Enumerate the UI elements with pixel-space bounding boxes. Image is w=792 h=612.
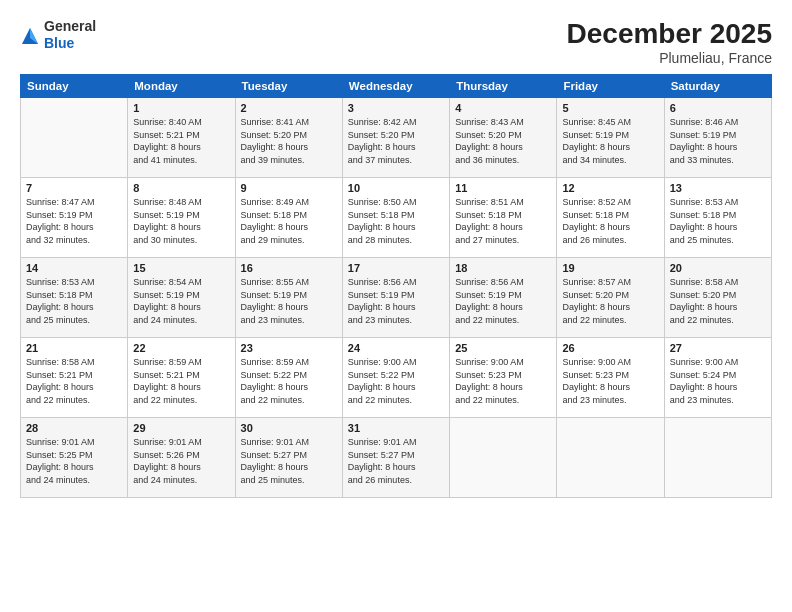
- calendar-cell: 22Sunrise: 8:59 AM Sunset: 5:21 PM Dayli…: [128, 338, 235, 418]
- calendar-week-row: 14Sunrise: 8:53 AM Sunset: 5:18 PM Dayli…: [21, 258, 772, 338]
- day-number: 18: [455, 262, 551, 274]
- logo-text: General Blue: [44, 18, 96, 52]
- day-number: 5: [562, 102, 658, 114]
- title-block: December 2025 Plumeliau, France: [567, 18, 772, 66]
- day-number: 11: [455, 182, 551, 194]
- day-detail: Sunrise: 8:59 AM Sunset: 5:21 PM Dayligh…: [133, 356, 229, 406]
- calendar-cell: 11Sunrise: 8:51 AM Sunset: 5:18 PM Dayli…: [450, 178, 557, 258]
- day-number: 12: [562, 182, 658, 194]
- title-location: Plumeliau, France: [567, 50, 772, 66]
- day-number: 23: [241, 342, 337, 354]
- calendar-cell: [664, 418, 771, 498]
- day-detail: Sunrise: 9:00 AM Sunset: 5:23 PM Dayligh…: [455, 356, 551, 406]
- calendar-header-friday: Friday: [557, 75, 664, 98]
- calendar-cell: 8Sunrise: 8:48 AM Sunset: 5:19 PM Daylig…: [128, 178, 235, 258]
- day-number: 4: [455, 102, 551, 114]
- calendar-cell: 21Sunrise: 8:58 AM Sunset: 5:21 PM Dayli…: [21, 338, 128, 418]
- calendar-cell: 1Sunrise: 8:40 AM Sunset: 5:21 PM Daylig…: [128, 98, 235, 178]
- calendar-header-monday: Monday: [128, 75, 235, 98]
- day-number: 25: [455, 342, 551, 354]
- day-number: 19: [562, 262, 658, 274]
- day-detail: Sunrise: 8:52 AM Sunset: 5:18 PM Dayligh…: [562, 196, 658, 246]
- calendar-cell: 27Sunrise: 9:00 AM Sunset: 5:24 PM Dayli…: [664, 338, 771, 418]
- calendar-cell: 5Sunrise: 8:45 AM Sunset: 5:19 PM Daylig…: [557, 98, 664, 178]
- day-detail: Sunrise: 9:01 AM Sunset: 5:25 PM Dayligh…: [26, 436, 122, 486]
- day-number: 13: [670, 182, 766, 194]
- calendar-cell: 3Sunrise: 8:42 AM Sunset: 5:20 PM Daylig…: [342, 98, 449, 178]
- calendar-header-thursday: Thursday: [450, 75, 557, 98]
- day-number: 9: [241, 182, 337, 194]
- day-detail: Sunrise: 8:56 AM Sunset: 5:19 PM Dayligh…: [455, 276, 551, 326]
- logo-icon: [20, 26, 40, 46]
- calendar-cell: 25Sunrise: 9:00 AM Sunset: 5:23 PM Dayli…: [450, 338, 557, 418]
- day-detail: Sunrise: 8:45 AM Sunset: 5:19 PM Dayligh…: [562, 116, 658, 166]
- day-number: 28: [26, 422, 122, 434]
- calendar-week-row: 21Sunrise: 8:58 AM Sunset: 5:21 PM Dayli…: [21, 338, 772, 418]
- calendar-cell: 23Sunrise: 8:59 AM Sunset: 5:22 PM Dayli…: [235, 338, 342, 418]
- calendar-cell: 10Sunrise: 8:50 AM Sunset: 5:18 PM Dayli…: [342, 178, 449, 258]
- calendar-cell: 12Sunrise: 8:52 AM Sunset: 5:18 PM Dayli…: [557, 178, 664, 258]
- calendar-cell: 17Sunrise: 8:56 AM Sunset: 5:19 PM Dayli…: [342, 258, 449, 338]
- day-detail: Sunrise: 8:53 AM Sunset: 5:18 PM Dayligh…: [26, 276, 122, 326]
- calendar-cell: 30Sunrise: 9:01 AM Sunset: 5:27 PM Dayli…: [235, 418, 342, 498]
- day-number: 6: [670, 102, 766, 114]
- title-month: December 2025: [567, 18, 772, 50]
- calendar-cell: [557, 418, 664, 498]
- day-detail: Sunrise: 8:58 AM Sunset: 5:21 PM Dayligh…: [26, 356, 122, 406]
- day-number: 21: [26, 342, 122, 354]
- day-number: 7: [26, 182, 122, 194]
- day-detail: Sunrise: 8:56 AM Sunset: 5:19 PM Dayligh…: [348, 276, 444, 326]
- day-number: 26: [562, 342, 658, 354]
- day-detail: Sunrise: 9:01 AM Sunset: 5:26 PM Dayligh…: [133, 436, 229, 486]
- day-detail: Sunrise: 8:49 AM Sunset: 5:18 PM Dayligh…: [241, 196, 337, 246]
- calendar-week-row: 28Sunrise: 9:01 AM Sunset: 5:25 PM Dayli…: [21, 418, 772, 498]
- day-detail: Sunrise: 8:41 AM Sunset: 5:20 PM Dayligh…: [241, 116, 337, 166]
- day-detail: Sunrise: 8:48 AM Sunset: 5:19 PM Dayligh…: [133, 196, 229, 246]
- calendar-header-saturday: Saturday: [664, 75, 771, 98]
- day-detail: Sunrise: 8:53 AM Sunset: 5:18 PM Dayligh…: [670, 196, 766, 246]
- day-number: 30: [241, 422, 337, 434]
- logo: General Blue: [20, 18, 96, 52]
- calendar-header-tuesday: Tuesday: [235, 75, 342, 98]
- calendar-cell: 2Sunrise: 8:41 AM Sunset: 5:20 PM Daylig…: [235, 98, 342, 178]
- day-detail: Sunrise: 8:54 AM Sunset: 5:19 PM Dayligh…: [133, 276, 229, 326]
- day-number: 8: [133, 182, 229, 194]
- calendar-cell: 7Sunrise: 8:47 AM Sunset: 5:19 PM Daylig…: [21, 178, 128, 258]
- day-number: 31: [348, 422, 444, 434]
- calendar-cell: [21, 98, 128, 178]
- page: General Blue December 2025 Plumeliau, Fr…: [0, 0, 792, 612]
- calendar-header-row: SundayMondayTuesdayWednesdayThursdayFrid…: [21, 75, 772, 98]
- calendar-table: SundayMondayTuesdayWednesdayThursdayFrid…: [20, 74, 772, 498]
- day-number: 15: [133, 262, 229, 274]
- day-number: 1: [133, 102, 229, 114]
- day-detail: Sunrise: 8:51 AM Sunset: 5:18 PM Dayligh…: [455, 196, 551, 246]
- day-detail: Sunrise: 9:00 AM Sunset: 5:24 PM Dayligh…: [670, 356, 766, 406]
- calendar-cell: 13Sunrise: 8:53 AM Sunset: 5:18 PM Dayli…: [664, 178, 771, 258]
- day-number: 27: [670, 342, 766, 354]
- day-number: 16: [241, 262, 337, 274]
- calendar-cell: 9Sunrise: 8:49 AM Sunset: 5:18 PM Daylig…: [235, 178, 342, 258]
- calendar-cell: 6Sunrise: 8:46 AM Sunset: 5:19 PM Daylig…: [664, 98, 771, 178]
- day-detail: Sunrise: 8:59 AM Sunset: 5:22 PM Dayligh…: [241, 356, 337, 406]
- calendar-cell: [450, 418, 557, 498]
- logo-general: General: [44, 18, 96, 35]
- calendar-cell: 29Sunrise: 9:01 AM Sunset: 5:26 PM Dayli…: [128, 418, 235, 498]
- calendar-cell: 24Sunrise: 9:00 AM Sunset: 5:22 PM Dayli…: [342, 338, 449, 418]
- day-number: 22: [133, 342, 229, 354]
- calendar-header-sunday: Sunday: [21, 75, 128, 98]
- day-detail: Sunrise: 9:01 AM Sunset: 5:27 PM Dayligh…: [241, 436, 337, 486]
- header: General Blue December 2025 Plumeliau, Fr…: [20, 18, 772, 66]
- calendar-cell: 19Sunrise: 8:57 AM Sunset: 5:20 PM Dayli…: [557, 258, 664, 338]
- calendar-cell: 4Sunrise: 8:43 AM Sunset: 5:20 PM Daylig…: [450, 98, 557, 178]
- calendar-week-row: 1Sunrise: 8:40 AM Sunset: 5:21 PM Daylig…: [21, 98, 772, 178]
- day-number: 24: [348, 342, 444, 354]
- day-detail: Sunrise: 8:58 AM Sunset: 5:20 PM Dayligh…: [670, 276, 766, 326]
- calendar-cell: 31Sunrise: 9:01 AM Sunset: 5:27 PM Dayli…: [342, 418, 449, 498]
- day-detail: Sunrise: 9:00 AM Sunset: 5:23 PM Dayligh…: [562, 356, 658, 406]
- day-detail: Sunrise: 9:00 AM Sunset: 5:22 PM Dayligh…: [348, 356, 444, 406]
- day-detail: Sunrise: 8:46 AM Sunset: 5:19 PM Dayligh…: [670, 116, 766, 166]
- day-number: 2: [241, 102, 337, 114]
- day-detail: Sunrise: 9:01 AM Sunset: 5:27 PM Dayligh…: [348, 436, 444, 486]
- calendar-header-wednesday: Wednesday: [342, 75, 449, 98]
- calendar-cell: 18Sunrise: 8:56 AM Sunset: 5:19 PM Dayli…: [450, 258, 557, 338]
